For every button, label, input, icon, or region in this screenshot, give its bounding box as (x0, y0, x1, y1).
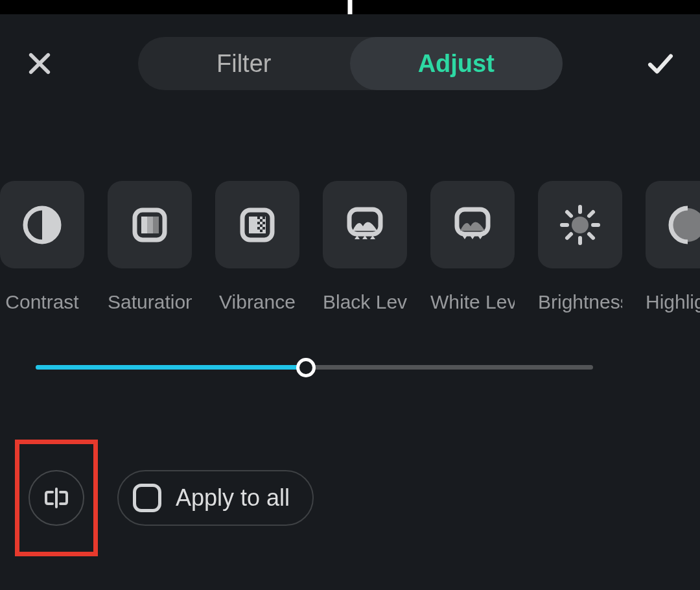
saturation-tile (108, 181, 192, 268)
adjustment-slider[interactable] (36, 365, 593, 370)
adjust-label-vibrance: Vibrance (219, 291, 296, 313)
svg-rect-10 (262, 217, 265, 219)
svg-line-31 (567, 212, 571, 216)
adjust-item-black-level[interactable]: Black Level (323, 181, 407, 313)
slider-container (0, 365, 700, 370)
svg-line-32 (589, 234, 593, 238)
contrast-tile (0, 181, 84, 268)
adjust-item-contrast[interactable]: Contrast (0, 181, 84, 313)
saturation-icon (128, 204, 171, 246)
close-icon (27, 51, 52, 76)
svg-rect-9 (257, 217, 260, 219)
black-level-tile (323, 181, 407, 268)
bottom-controls: Apply to all (15, 440, 314, 556)
confirm-button[interactable] (646, 49, 675, 78)
vibrance-tile (215, 181, 299, 268)
svg-rect-11 (260, 219, 262, 222)
check-icon (646, 47, 675, 80)
white-level-icon (449, 202, 496, 248)
compare-icon (43, 484, 70, 512)
adjust-item-white-level[interactable]: White Level (430, 181, 515, 313)
svg-line-34 (567, 234, 571, 238)
svg-rect-5 (147, 217, 153, 233)
close-button[interactable] (25, 49, 54, 78)
playhead-marker[interactable] (348, 0, 353, 14)
svg-rect-17 (260, 230, 262, 232)
svg-rect-14 (260, 224, 262, 227)
adjust-item-saturation[interactable]: Saturation (108, 181, 192, 313)
svg-rect-13 (262, 222, 265, 224)
adjust-label-black-level: Black Level (323, 291, 407, 313)
adjust-item-brightness[interactable]: Brightness (538, 181, 622, 313)
tab-switcher: Filter Adjust (138, 37, 563, 90)
tab-adjust[interactable]: Adjust (350, 37, 563, 90)
apply-to-all-checkbox[interactable] (133, 484, 161, 512)
svg-line-33 (589, 212, 593, 216)
adjust-item-vibrance[interactable]: Vibrance (215, 181, 299, 313)
adjust-label-white-level: White Level (430, 291, 515, 313)
annotation-highlight-box (15, 440, 98, 556)
svg-rect-15 (257, 227, 260, 230)
apply-to-all-label: Apply to all (176, 484, 290, 512)
slider-thumb[interactable] (296, 358, 316, 377)
highlights-tile (646, 181, 700, 268)
svg-rect-6 (153, 217, 159, 233)
brightness-icon (557, 202, 603, 248)
tab-filter[interactable]: Filter (138, 37, 351, 90)
adjust-item-highlights[interactable]: Highlights (646, 181, 700, 313)
svg-point-26 (572, 217, 589, 233)
adjust-label-saturation: Saturation (108, 291, 192, 313)
black-level-icon (342, 202, 388, 248)
highlights-icon (666, 204, 700, 246)
slider-fill (36, 365, 306, 370)
adjust-label-brightness: Brightness (538, 291, 622, 313)
brightness-tile (538, 181, 622, 268)
contrast-icon (21, 204, 64, 246)
preview-timeline-bar (0, 0, 700, 14)
compare-button[interactable] (29, 470, 84, 526)
svg-marker-23 (462, 235, 467, 239)
header-bar: Filter Adjust (0, 14, 700, 90)
svg-rect-16 (262, 227, 265, 230)
adjustment-list[interactable]: Contrast Saturation Vibrance Black Level (0, 181, 700, 313)
svg-marker-25 (478, 235, 483, 239)
adjust-label-highlights: Highlights (646, 291, 700, 313)
svg-rect-4 (141, 217, 147, 233)
vibrance-icon (236, 204, 279, 246)
adjust-label-contrast: Contrast (5, 291, 78, 313)
svg-marker-24 (470, 235, 475, 239)
apply-to-all-button[interactable]: Apply to all (117, 470, 314, 526)
svg-rect-12 (257, 222, 260, 224)
white-level-tile (430, 181, 515, 268)
